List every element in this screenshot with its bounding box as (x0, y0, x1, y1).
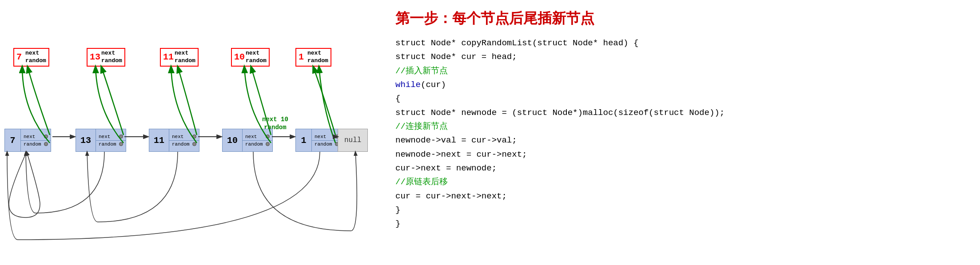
main-node-11: 11 next random (149, 129, 199, 152)
code-line-5: { (395, 92, 967, 106)
main-node-13: 13 next random (76, 129, 126, 152)
code-block: struct Node* copyRandomList(struct Node*… (395, 36, 967, 231)
step-title: 第一步：每个节点后尾插新节点 (395, 9, 967, 28)
code-line-7: //连接新节点 (395, 120, 967, 134)
null-box: null (338, 129, 368, 152)
right-panel: 第一步：每个节点后尾插新节点 struct Node* copyRandomLi… (382, 0, 980, 265)
code-line-12: cur = cur->next->next; (395, 190, 967, 203)
ghost-node-11: 11 next random (160, 48, 199, 68)
code-line-11: //原链表后移 (395, 175, 967, 189)
code-line-2: struct Node* cur = head; (395, 50, 967, 64)
code-line-6: struct Node* newnode = (struct Node*)mal… (395, 106, 967, 120)
ghost-node-10: 10 next random (231, 48, 270, 68)
main-node-1: 1 next random (295, 129, 342, 152)
code-line-10: cur->next = newnode; (395, 162, 967, 175)
code-line-4: while(cur) (395, 78, 967, 92)
code-line-13: } (395, 203, 967, 217)
code-line-8: newnode->val = cur->val; (395, 134, 967, 147)
code-line-1: struct Node* copyRandomList(struct Node*… (395, 36, 967, 50)
code-line-9: newnode->next = cur->next; (395, 148, 967, 162)
ghost-node-7: 7 next random (13, 48, 49, 68)
ghost-node-13: 13 next random (87, 48, 125, 68)
main-node-7: 7 next random (4, 129, 51, 152)
ghost-node-1: 1 next random (295, 48, 331, 68)
code-line-14: } (395, 217, 967, 231)
main-node-10: 10 next random (222, 129, 273, 152)
left-panel: 7 next random 13 next random 11 next ran… (0, 0, 382, 265)
code-line-3: //插入新节点 (395, 64, 967, 78)
